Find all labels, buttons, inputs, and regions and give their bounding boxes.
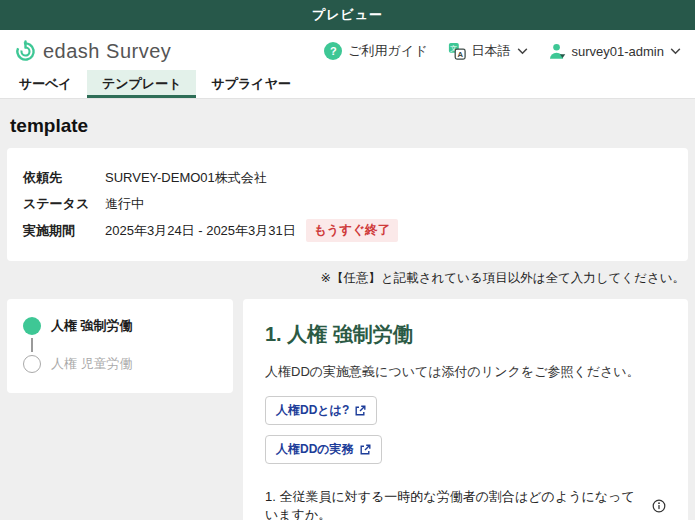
page-content: template 依頼先 SURVEY-DEMO01株式会社 ステータス 進行中… xyxy=(0,99,695,520)
info-label: ステータス xyxy=(23,195,105,213)
external-link-icon xyxy=(354,405,366,417)
two-column-layout: 人権 強制労働 人権 児童労働 1. 人権 強制労働 人権DDの実施意義について… xyxy=(7,299,688,520)
logo[interactable]: edash Survey xyxy=(14,40,171,63)
language-menu[interactable]: 文 A 日本語 xyxy=(448,42,528,60)
logo-wordmark: edash Survey xyxy=(43,40,171,63)
stepper-item-forced-labor[interactable]: 人権 強制労働 xyxy=(23,317,217,335)
tab-supplier[interactable]: サプライヤー xyxy=(196,70,306,98)
survey-info-card: 依頼先 SURVEY-DEMO01株式会社 ステータス 進行中 実施期間 202… xyxy=(7,148,688,261)
info-row-recipient: 依頼先 SURVEY-DEMO01株式会社 xyxy=(23,167,672,188)
info-label: 実施期間 xyxy=(23,222,105,240)
svg-text:A: A xyxy=(457,50,463,59)
info-value: 2025年3月24日 - 2025年3月31日 xyxy=(105,222,296,240)
help-icon: ? xyxy=(324,42,342,60)
info-row-period: 実施期間 2025年3月24日 - 2025年3月31日 もうすぐ終了 xyxy=(23,219,672,242)
info-value: 進行中 xyxy=(105,195,144,213)
section-form-card: 1. 人権 強制労働 人権DDの実施意義については添付のリンクをご参照ください。… xyxy=(243,299,688,520)
link-row: 人権DDの実務 xyxy=(265,435,666,474)
required-note: ※【任意】と記載されている項目以外は全て入力してください。 xyxy=(10,270,685,287)
link-label: 人権DDとは? xyxy=(276,402,349,419)
help-guide-label: ご利用ガイド xyxy=(348,42,427,60)
section-description: 人権DDの実施意義については添付のリンクをご参照ください。 xyxy=(265,363,666,381)
external-link-button-dd-about[interactable]: 人権DDとは? xyxy=(265,396,377,425)
tab-template[interactable]: テンプレート xyxy=(87,70,197,98)
step-connector xyxy=(31,338,33,352)
link-row: 人権DDとは? xyxy=(265,396,666,435)
question-label: 1. 全従業員に対する一時的な労働者の割合はどのようになっていますか。 xyxy=(265,488,666,520)
step-pending-icon xyxy=(23,355,41,373)
edash-logo-icon xyxy=(14,40,37,63)
header-actions: ? ご利用ガイド 文 A 日本語 xyxy=(324,42,681,60)
translate-icon: 文 A xyxy=(448,42,466,60)
section-heading: 1. 人権 強制労働 xyxy=(265,321,666,348)
step-active-icon xyxy=(23,317,41,335)
app-window: プレビュー edash Survey ? ご利用ガイド xyxy=(0,0,695,520)
page-title: template xyxy=(10,115,685,137)
user-menu[interactable]: survey01-admin xyxy=(548,42,682,60)
chevron-down-icon xyxy=(670,48,681,55)
info-label: 依頼先 xyxy=(23,169,105,187)
step-label: 人権 児童労働 xyxy=(51,355,133,373)
external-link-icon xyxy=(359,444,371,456)
user-name-label: survey01-admin xyxy=(572,44,665,59)
info-row-status: ステータス 進行中 xyxy=(23,193,672,214)
info-value: SURVEY-DEMO01株式会社 xyxy=(105,169,267,187)
chevron-down-icon xyxy=(517,48,528,55)
info-icon[interactable] xyxy=(652,499,666,513)
preview-bar: プレビュー xyxy=(0,0,695,30)
ending-soon-badge: もうすぐ終了 xyxy=(306,219,398,242)
preview-label: プレビュー xyxy=(312,6,383,24)
link-label: 人権DDの実務 xyxy=(276,441,354,458)
question-text: 1. 全従業員に対する一時的な労働者の割合はどのようになっていますか。 xyxy=(265,488,646,520)
header: edash Survey ? ご利用ガイド 文 A 日本語 xyxy=(0,30,695,72)
section-stepper-card: 人権 強制労働 人権 児童労働 xyxy=(7,299,233,393)
external-link-button-dd-practice[interactable]: 人権DDの実務 xyxy=(265,435,382,464)
stepper-item-child-labor[interactable]: 人権 児童労働 xyxy=(23,355,217,373)
main-nav: サーベイ テンプレート サプライヤー xyxy=(0,72,695,99)
tab-survey[interactable]: サーベイ xyxy=(4,70,87,98)
language-label: 日本語 xyxy=(472,42,511,60)
step-label: 人権 強制労働 xyxy=(51,317,133,335)
help-guide-link[interactable]: ? ご利用ガイド xyxy=(324,42,427,60)
user-avatar-icon xyxy=(548,42,566,60)
